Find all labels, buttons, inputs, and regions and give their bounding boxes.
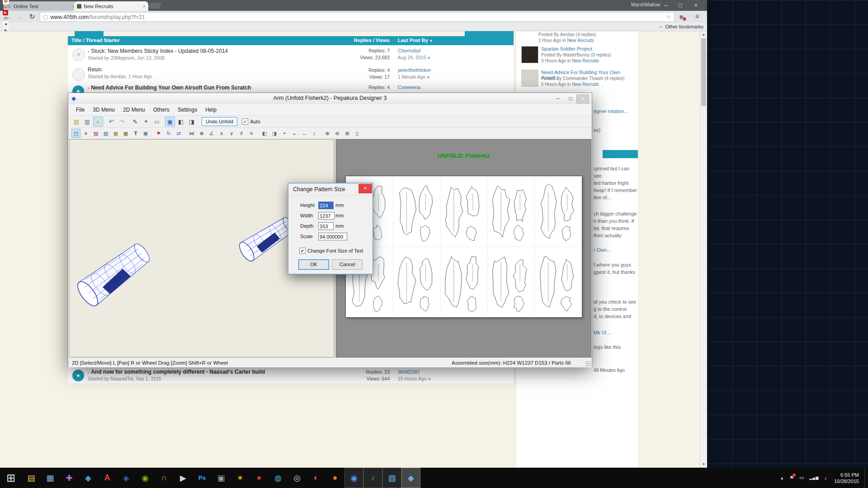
- window-close-button[interactable]: ×: [689, 1, 703, 9]
- auto-checkbox[interactable]: ✔ Auto: [242, 118, 260, 125]
- scrollbar-thumb[interactable]: [701, 38, 706, 106]
- menu-file[interactable]: File: [72, 107, 89, 113]
- light-bulb-icon[interactable]: ●: [93, 117, 103, 127]
- sidebar-thread-link[interactable]: Spartan Soldier Project: [541, 46, 592, 52]
- pepakura-2d-view[interactable]: UNFOLD: Fisherk2: [336, 139, 591, 357]
- forum-link[interactable]: New Recruits: [572, 82, 599, 87]
- last-poster-link[interactable]: SKMZ087: [398, 369, 420, 375]
- page-setup-icon[interactable]: ▯: [353, 129, 362, 138]
- measure-icon[interactable]: ▭: [152, 117, 162, 127]
- start-button[interactable]: ⊞: [0, 468, 22, 488]
- scroll-up-icon[interactable]: ▲: [700, 33, 707, 37]
- target-tool-icon[interactable]: ⌖: [141, 117, 151, 127]
- paint-bucket-icon[interactable]: ▧: [101, 129, 110, 138]
- valley-fold-icon[interactable]: ∨: [227, 129, 236, 138]
- steam-icon[interactable]: ◎: [288, 468, 307, 488]
- last-poster-link[interactable]: Corweena: [398, 84, 420, 90]
- edge-color-tool-icon[interactable]: ▨: [91, 129, 100, 138]
- thread-title-link[interactable]: And now for something completely differe…: [91, 369, 265, 375]
- scale-input[interactable]: [318, 233, 347, 240]
- grid-icon[interactable]: ⊞: [343, 129, 352, 138]
- sidebar-link-fragment[interactable]: Mk VI...: [594, 329, 610, 336]
- open-file-icon[interactable]: ▤: [71, 117, 81, 127]
- thread-title-link[interactable]: Need Advice For Building Your Own Airsof…: [91, 84, 251, 91]
- mountain-fold-icon[interactable]: ∧: [217, 129, 226, 138]
- edge-id-icon[interactable]: #: [237, 129, 246, 138]
- menu-others[interactable]: Others: [149, 107, 174, 113]
- distribute-v-icon[interactable]: ↕: [310, 129, 319, 138]
- pepakura-close-button[interactable]: ×: [576, 94, 589, 103]
- window-maximize-button[interactable]: □: [674, 1, 687, 9]
- goto-last-post-icon[interactable]: »: [428, 55, 430, 60]
- move-tool-icon[interactable]: +: [81, 129, 90, 138]
- video-app-icon[interactable]: ▶: [174, 468, 193, 488]
- volume-icon[interactable]: ♪: [824, 475, 827, 481]
- menu-help[interactable]: Help: [201, 107, 221, 113]
- order-icon[interactable]: ≡: [247, 129, 256, 138]
- target-bookmark-icon[interactable]: ◎: [3, 15, 49, 21]
- taskbar-clock[interactable]: 6:55 PM 10/28/2015: [834, 472, 859, 484]
- calculator-icon[interactable]: ▦: [41, 468, 60, 488]
- flip-tool-icon[interactable]: ⇄: [174, 129, 183, 138]
- projector-app-icon[interactable]: ▣: [212, 468, 231, 488]
- page-scrollbar[interactable]: ▲ ▼: [700, 31, 707, 468]
- other-bookmarks-button[interactable]: ▰ Other bookmarks: [658, 24, 703, 29]
- nvidia-icon[interactable]: ◉: [136, 468, 155, 488]
- pen-icon[interactable]: ✎: [130, 117, 140, 127]
- layout-3d-window-icon[interactable]: ◧: [176, 117, 186, 127]
- join-edge-tool-icon[interactable]: ⋈: [187, 129, 196, 138]
- rotate-tool-icon[interactable]: ↻: [164, 129, 173, 138]
- layout-2d-window-icon[interactable]: ◨: [187, 117, 197, 127]
- spotify-icon[interactable]: ♪: [363, 468, 382, 488]
- cut-edge-tool-icon[interactable]: ⊗: [197, 129, 206, 138]
- last-poster-link[interactable]: peterthethinker: [398, 67, 431, 73]
- youtube-icon[interactable]: ▶: [3, 10, 49, 15]
- align-bottom-icon[interactable]: ◒: [290, 129, 299, 138]
- stamp-tool-icon[interactable]: ▩: [121, 129, 130, 138]
- red-dot-bookmark-icon[interactable]: ●: [3, 5, 49, 10]
- display-tray-icon[interactable]: ▭: [799, 475, 804, 481]
- fold-line-icon[interactable]: ∠: [207, 129, 216, 138]
- audacity-icon[interactable]: ∩: [155, 468, 174, 488]
- new-tab-button[interactable]: [148, 3, 161, 9]
- flag-tool-icon[interactable]: ⚑: [154, 129, 163, 138]
- tab-new-recruits[interactable]: New Recruits ×: [74, 1, 148, 11]
- notification-avatar-icon[interactable]: ☻: [678, 13, 685, 20]
- pepakura-titlebar[interactable]: ◆ Arm (Unfold Fisherk2) - Pepakura Desig…: [68, 93, 592, 104]
- menu-settings[interactable]: Settings: [174, 107, 201, 113]
- network-signal-icon[interactable]: ▂▄▆: [809, 476, 819, 480]
- undo-unfold-button[interactable]: Undo Unfold: [202, 117, 237, 126]
- sidebar-link-fragment[interactable]: egree rotation...: [594, 108, 628, 115]
- texture-tool-icon[interactable]: ▦: [111, 129, 120, 138]
- a1-app-icon[interactable]: A: [98, 468, 117, 488]
- text-tool-icon[interactable]: T: [131, 129, 140, 138]
- dialog-titlebar[interactable]: Change Pattern Size ×: [288, 183, 373, 196]
- chrome-icon[interactable]: ◉: [344, 468, 363, 488]
- forum-tab-stub[interactable]: [75, 31, 104, 36]
- game-app-icon[interactable]: ◐: [307, 468, 326, 488]
- pepakura-maximize-button[interactable]: □: [565, 94, 576, 103]
- chrome-profile-name[interactable]: MarshMallow: [631, 2, 660, 7]
- action-center-flag-icon[interactable]: ⚑: [789, 475, 794, 481]
- redo-icon[interactable]: ↷: [117, 117, 127, 127]
- thread-thumbnail[interactable]: [521, 46, 538, 63]
- blue-orb-app-icon[interactable]: ◍: [269, 468, 288, 488]
- zoom-in-icon[interactable]: ⊕: [323, 129, 332, 138]
- ok-button[interactable]: OK: [298, 259, 329, 270]
- align-left-icon[interactable]: ◧: [260, 129, 269, 138]
- photo-viewer-icon[interactable]: ▧: [382, 468, 401, 488]
- save-icon[interactable]: ▥: [82, 117, 92, 127]
- select-tool-icon[interactable]: ◳: [71, 129, 80, 138]
- app-icon-2[interactable]: ◆: [79, 468, 98, 488]
- align-top-icon[interactable]: ◓: [280, 129, 289, 138]
- amazon-icon[interactable]: a: [3, 21, 49, 27]
- header-title[interactable]: Title / Thread Starter: [71, 38, 120, 43]
- cancel-button[interactable]: Cancel: [332, 259, 363, 270]
- distribute-h-icon[interactable]: ↔: [300, 129, 309, 138]
- pattern-page[interactable]: [345, 176, 582, 318]
- forum-link[interactable]: New Recruits: [567, 38, 594, 43]
- thread-title-link[interactable]: Stuck: New Members Sticky Index - Update…: [91, 48, 228, 54]
- menu-3d[interactable]: 3D Menu: [89, 107, 119, 113]
- thread-row[interactable]: Resin Started by Aerdan, 1 Hour Ago Repl…: [68, 65, 514, 83]
- pepakura-taskbar-icon[interactable]: ◆: [401, 468, 420, 488]
